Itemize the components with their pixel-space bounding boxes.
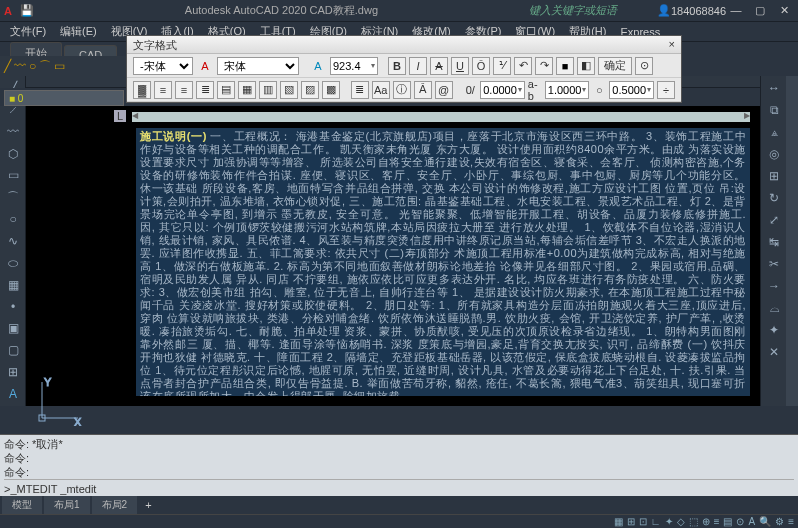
sb-trans-icon[interactable]: ▤ <box>723 516 732 527</box>
width-input[interactable]: 0.5000 <box>609 81 654 99</box>
mirror-tool-icon[interactable]: ⟁ <box>763 122 785 142</box>
layer-combo[interactable]: ■ 0 <box>4 90 124 106</box>
overline-button[interactable]: Ō <box>472 57 490 75</box>
sb-model-icon[interactable]: ▦ <box>614 516 623 527</box>
underline-button[interactable]: U <box>451 57 469 75</box>
cmd-input[interactable]: >_MTEDIT _mtedit <box>4 479 794 496</box>
user-name[interactable]: 184068846 <box>671 5 726 17</box>
add-layout-icon[interactable]: + <box>139 499 157 511</box>
array-tool-icon[interactable]: ⊞ <box>763 166 785 186</box>
block-tool-icon[interactable]: ▣ <box>2 318 24 338</box>
maximize-icon[interactable]: ▢ <box>750 4 770 17</box>
arc-tool-icon[interactable]: ⌒ <box>2 187 24 207</box>
sb-polar-icon[interactable]: ✦ <box>665 516 673 527</box>
command-line[interactable]: 命令: *取消* 命令: 命令: >_MTEDIT _mtedit <box>0 434 798 496</box>
sb-ortho-icon[interactable]: ∟ <box>651 516 661 527</box>
polyline-icon[interactable]: 〰 <box>14 59 26 73</box>
copy-tool-icon[interactable]: ⧉ <box>763 100 785 120</box>
sb-3d-icon[interactable]: ⬚ <box>689 516 698 527</box>
al3-icon[interactable]: ▥ <box>259 81 277 99</box>
al6-icon[interactable]: ▩ <box>322 81 340 99</box>
close-icon[interactable]: ✕ <box>774 4 794 17</box>
italic-button[interactable]: I <box>409 57 427 75</box>
polygon-tool-icon[interactable]: ⬡ <box>2 144 24 164</box>
text-style-select[interactable]: -宋体 <box>133 57 193 75</box>
case-button[interactable]: Aa <box>372 81 390 99</box>
sb-dyn-icon[interactable]: ⊕ <box>702 516 710 527</box>
hatch-tool-icon[interactable]: ▦ <box>2 275 24 295</box>
al1-icon[interactable]: ▤ <box>217 81 235 99</box>
scrollbar[interactable] <box>786 76 798 406</box>
trim-tool-icon[interactable]: ✂ <box>763 254 785 274</box>
font-select[interactable]: 宋体 <box>217 57 299 75</box>
circle-tool-icon[interactable]: ○ <box>2 209 24 229</box>
bold-button[interactable]: B <box>388 57 406 75</box>
scale-tool-icon[interactable]: ⤢ <box>763 210 785 230</box>
symbol-icon[interactable]: Ǎ <box>414 81 432 99</box>
strike-button[interactable]: A <box>430 57 448 75</box>
sb-gear-icon[interactable]: ⚙ <box>775 516 784 527</box>
redo-icon[interactable]: ↷ <box>535 57 553 75</box>
table-tool-icon[interactable]: ⊞ <box>2 362 24 382</box>
text-tool-icon[interactable]: A <box>2 384 24 404</box>
al4-icon[interactable]: ▧ <box>280 81 298 99</box>
circle-icon[interactable]: ○ <box>29 59 36 73</box>
sb-scale-icon[interactable]: 🔍 <box>759 516 771 527</box>
region-tool-icon[interactable]: ▢ <box>2 340 24 360</box>
undo-icon[interactable]: ↶ <box>514 57 532 75</box>
sb-snap-icon[interactable]: ⊡ <box>639 516 647 527</box>
ok-button[interactable]: 确定 <box>598 57 632 75</box>
move-tool-icon[interactable]: ↔ <box>763 78 785 98</box>
oblique-input[interactable]: 0.0000 <box>480 81 525 99</box>
explode-tool-icon[interactable]: ✦ <box>763 320 785 340</box>
line-icon[interactable]: ╱ <box>4 59 11 73</box>
menu-file[interactable]: 文件(F) <box>4 22 52 41</box>
sb-grid-icon[interactable]: ⊞ <box>627 516 635 527</box>
rotate-tool-icon[interactable]: ↻ <box>763 188 785 208</box>
fillet-tool-icon[interactable]: ⌓ <box>763 298 785 318</box>
list-icon[interactable]: ≡ <box>175 81 193 99</box>
sb-osnap-icon[interactable]: ◇ <box>677 516 685 527</box>
text-height-input[interactable]: 923.4 <box>330 57 378 75</box>
al2-icon[interactable]: ▦ <box>238 81 256 99</box>
sb-qs-icon[interactable]: ⊙ <box>736 516 744 527</box>
options-icon[interactable]: ⊙ <box>635 57 653 75</box>
annotative-icon[interactable]: A <box>309 57 327 75</box>
tracking-input[interactable]: 1.0000 <box>545 81 590 99</box>
sb-menu-icon[interactable]: ≡ <box>788 516 794 527</box>
stretch-tool-icon[interactable]: ↹ <box>763 232 785 252</box>
sb-ann-icon[interactable]: A <box>748 516 755 527</box>
arc-icon[interactable]: ⌒ <box>39 58 51 75</box>
tab-layout1[interactable]: 布局1 <box>44 496 90 514</box>
offset-tool-icon[interactable]: ◎ <box>763 144 785 164</box>
paragraph-icon[interactable]: ≣ <box>196 81 214 99</box>
erase-tool-icon[interactable]: ✕ <box>763 342 785 362</box>
tab-model[interactable]: 模型 <box>2 496 42 514</box>
mtext-content[interactable]: 施工说明(一) 一、工程概况： 海港基金鉴定(北京旗舰店)项目，座落于北京市海设… <box>136 128 750 396</box>
stack-button[interactable]: ⅟ <box>493 57 511 75</box>
linespace-icon[interactable]: ≣ <box>351 81 369 99</box>
editor-close-icon[interactable]: × <box>669 38 675 51</box>
point-tool-icon[interactable]: • <box>2 297 24 317</box>
rect-icon[interactable]: ▭ <box>54 59 65 73</box>
justify-left-icon[interactable]: ≡ <box>154 81 172 99</box>
text-ruler[interactable]: L <box>132 112 750 122</box>
spin-icon[interactable]: ÷ <box>657 81 675 99</box>
al5-icon[interactable]: ▨ <box>301 81 319 99</box>
ellipse-tool-icon[interactable]: ⬭ <box>2 253 24 273</box>
spline-tool-icon[interactable]: ∿ <box>2 231 24 251</box>
sb-lwt-icon[interactable]: ≡ <box>714 516 720 527</box>
quick-save-icon[interactable]: 💾 <box>20 4 34 17</box>
extend-tool-icon[interactable]: → <box>763 276 785 296</box>
field-icon[interactable]: ⓘ <box>393 81 411 99</box>
minimize-icon[interactable]: — <box>726 4 746 17</box>
columns-icon[interactable]: ▓ <box>133 81 151 99</box>
at-icon[interactable]: @ <box>435 81 453 99</box>
menu-edit[interactable]: 编辑(E) <box>54 22 103 41</box>
rect-tool-icon[interactable]: ▭ <box>2 165 24 185</box>
color-swatch[interactable]: ■ <box>556 57 574 75</box>
tab-layout2[interactable]: 布局2 <box>92 496 138 514</box>
search-placeholder[interactable]: 键入关键字或短语 <box>529 3 617 18</box>
pline-tool-icon[interactable]: 〰 <box>2 122 24 142</box>
ruler-icon[interactable]: ◧ <box>577 57 595 75</box>
